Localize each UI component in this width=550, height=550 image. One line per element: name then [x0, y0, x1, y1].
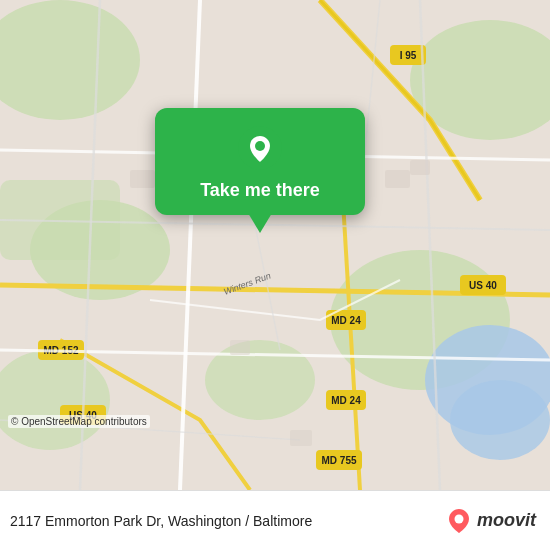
svg-rect-31 [230, 340, 250, 355]
address-text: 2117 Emmorton Park Dr, Washington / Balt… [10, 513, 312, 529]
svg-rect-32 [290, 430, 312, 446]
moovit-pin-icon [445, 507, 473, 535]
svg-point-34 [255, 141, 265, 151]
take-me-there-label: Take me there [200, 180, 320, 201]
svg-text:I 95: I 95 [400, 50, 417, 61]
moovit-logo: moovit [445, 507, 536, 535]
svg-rect-27 [130, 170, 155, 188]
svg-point-6 [205, 340, 315, 420]
svg-rect-30 [410, 160, 430, 175]
osm-attribution: © OpenStreetMap contributors [8, 415, 150, 428]
svg-text:MD 24: MD 24 [331, 315, 361, 326]
svg-text:MD 24: MD 24 [331, 395, 361, 406]
svg-point-35 [454, 514, 463, 523]
moovit-wordmark: moovit [477, 510, 536, 531]
svg-text:MD 755: MD 755 [321, 455, 356, 466]
map-container: I 95 I 95 US 40 US 40 MD 24 MD 24 MD 152… [0, 0, 550, 490]
take-me-there-popup[interactable]: Take me there [155, 108, 365, 215]
location-pin-icon [238, 126, 282, 170]
svg-point-9 [450, 380, 550, 460]
svg-text:US 40: US 40 [469, 280, 497, 291]
svg-rect-29 [385, 170, 410, 188]
bottom-bar: 2117 Emmorton Park Dr, Washington / Balt… [0, 490, 550, 550]
